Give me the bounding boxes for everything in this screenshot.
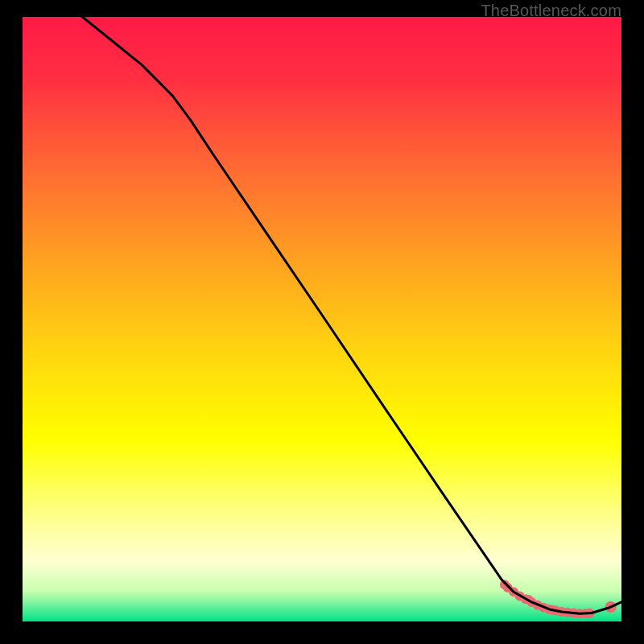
chart-frame — [23, 17, 621, 621]
watermark-text: TheBottleneck.com — [481, 2, 621, 20]
chart-plot — [23, 17, 621, 621]
gradient-background — [23, 17, 621, 621]
